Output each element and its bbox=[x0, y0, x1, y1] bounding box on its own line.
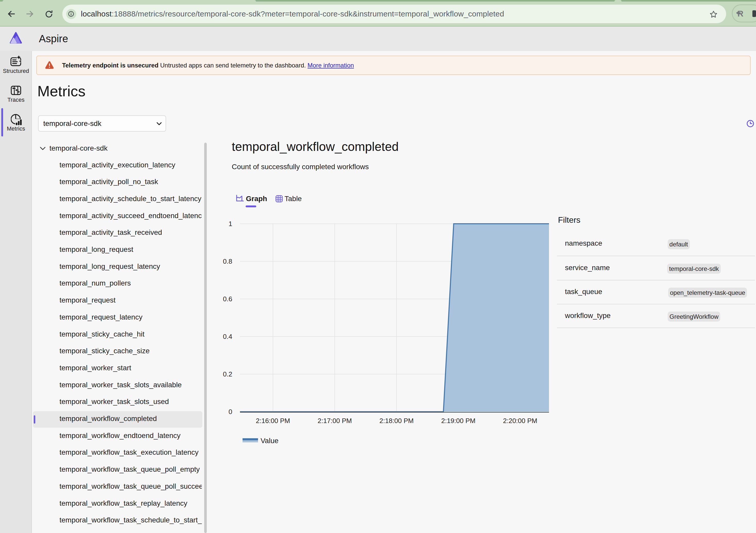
svg-text:2:18:00 PM: 2:18:00 PM bbox=[380, 417, 414, 425]
svg-text:0.8: 0.8 bbox=[223, 257, 232, 265]
svg-text:0: 0 bbox=[229, 408, 232, 415]
svg-text:0.2: 0.2 bbox=[223, 370, 232, 378]
svg-text:0.4: 0.4 bbox=[223, 333, 232, 340]
svg-text:2:19:00 PM: 2:19:00 PM bbox=[441, 417, 475, 425]
svg-text:2:20:00 PM: 2:20:00 PM bbox=[503, 417, 537, 425]
svg-text:0.6: 0.6 bbox=[223, 295, 232, 303]
svg-text:2:16:00 PM: 2:16:00 PM bbox=[256, 417, 290, 425]
svg-text:2:17:00 PM: 2:17:00 PM bbox=[318, 417, 352, 425]
svg-text:1: 1 bbox=[229, 220, 232, 227]
svg-text:R: R bbox=[738, 9, 743, 18]
